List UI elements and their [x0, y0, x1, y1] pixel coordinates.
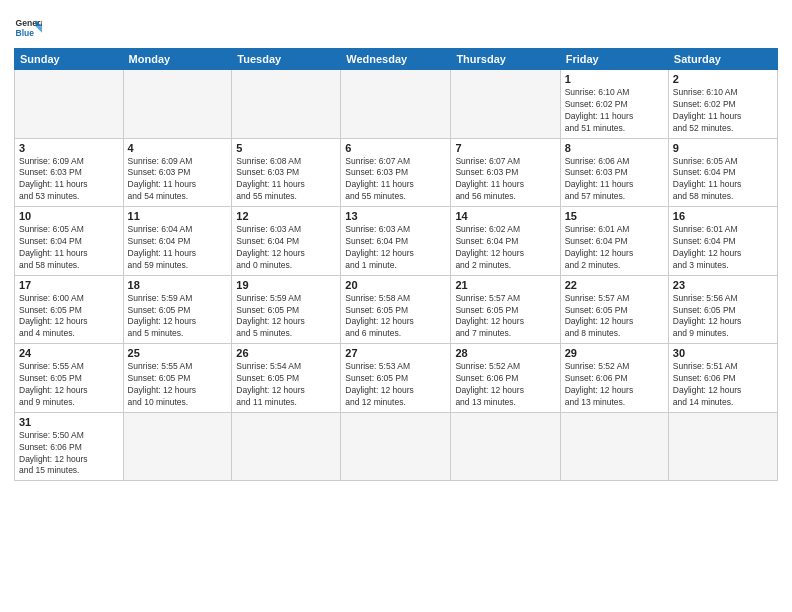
calendar-cell [341, 412, 451, 481]
day-number: 15 [565, 210, 664, 222]
calendar-cell: 16Sunrise: 6:01 AM Sunset: 6:04 PM Dayli… [668, 207, 777, 276]
day-info: Sunrise: 6:03 AM Sunset: 6:04 PM Dayligh… [236, 224, 336, 272]
day-info: Sunrise: 5:52 AM Sunset: 6:06 PM Dayligh… [565, 361, 664, 409]
day-info: Sunrise: 6:10 AM Sunset: 6:02 PM Dayligh… [565, 87, 664, 135]
calendar-cell: 5Sunrise: 6:08 AM Sunset: 6:03 PM Daylig… [232, 138, 341, 207]
day-number: 13 [345, 210, 446, 222]
week-row-6: 31Sunrise: 5:50 AM Sunset: 6:06 PM Dayli… [15, 412, 778, 481]
day-info: Sunrise: 5:55 AM Sunset: 6:05 PM Dayligh… [128, 361, 228, 409]
day-info: Sunrise: 5:59 AM Sunset: 6:05 PM Dayligh… [236, 293, 336, 341]
calendar-cell: 28Sunrise: 5:52 AM Sunset: 6:06 PM Dayli… [451, 344, 560, 413]
day-info: Sunrise: 5:57 AM Sunset: 6:05 PM Dayligh… [565, 293, 664, 341]
day-number: 17 [19, 279, 119, 291]
calendar-table: SundayMondayTuesdayWednesdayThursdayFrid… [14, 48, 778, 481]
day-info: Sunrise: 5:58 AM Sunset: 6:05 PM Dayligh… [345, 293, 446, 341]
weekday-header-tuesday: Tuesday [232, 49, 341, 70]
week-row-3: 10Sunrise: 6:05 AM Sunset: 6:04 PM Dayli… [15, 207, 778, 276]
day-info: Sunrise: 6:10 AM Sunset: 6:02 PM Dayligh… [673, 87, 773, 135]
day-info: Sunrise: 5:50 AM Sunset: 6:06 PM Dayligh… [19, 430, 119, 478]
day-number: 9 [673, 142, 773, 154]
day-info: Sunrise: 6:08 AM Sunset: 6:03 PM Dayligh… [236, 156, 336, 204]
calendar-cell [560, 412, 668, 481]
day-number: 31 [19, 416, 119, 428]
day-number: 16 [673, 210, 773, 222]
weekday-header-sunday: Sunday [15, 49, 124, 70]
calendar-cell [451, 70, 560, 139]
day-info: Sunrise: 6:02 AM Sunset: 6:04 PM Dayligh… [455, 224, 555, 272]
day-number: 4 [128, 142, 228, 154]
day-info: Sunrise: 6:07 AM Sunset: 6:03 PM Dayligh… [455, 156, 555, 204]
svg-marker-3 [36, 26, 42, 32]
day-info: Sunrise: 5:59 AM Sunset: 6:05 PM Dayligh… [128, 293, 228, 341]
calendar-cell: 30Sunrise: 5:51 AM Sunset: 6:06 PM Dayli… [668, 344, 777, 413]
day-number: 20 [345, 279, 446, 291]
day-number: 24 [19, 347, 119, 359]
day-info: Sunrise: 6:01 AM Sunset: 6:04 PM Dayligh… [673, 224, 773, 272]
calendar-cell: 21Sunrise: 5:57 AM Sunset: 6:05 PM Dayli… [451, 275, 560, 344]
calendar-cell: 17Sunrise: 6:00 AM Sunset: 6:05 PM Dayli… [15, 275, 124, 344]
calendar-cell: 12Sunrise: 6:03 AM Sunset: 6:04 PM Dayli… [232, 207, 341, 276]
day-info: Sunrise: 5:52 AM Sunset: 6:06 PM Dayligh… [455, 361, 555, 409]
calendar-cell: 19Sunrise: 5:59 AM Sunset: 6:05 PM Dayli… [232, 275, 341, 344]
calendar-cell: 15Sunrise: 6:01 AM Sunset: 6:04 PM Dayli… [560, 207, 668, 276]
week-row-2: 3Sunrise: 6:09 AM Sunset: 6:03 PM Daylig… [15, 138, 778, 207]
day-info: Sunrise: 6:09 AM Sunset: 6:03 PM Dayligh… [19, 156, 119, 204]
calendar-cell: 31Sunrise: 5:50 AM Sunset: 6:06 PM Dayli… [15, 412, 124, 481]
calendar-cell: 4Sunrise: 6:09 AM Sunset: 6:03 PM Daylig… [123, 138, 232, 207]
calendar-cell: 29Sunrise: 5:52 AM Sunset: 6:06 PM Dayli… [560, 344, 668, 413]
day-info: Sunrise: 5:51 AM Sunset: 6:06 PM Dayligh… [673, 361, 773, 409]
calendar-cell: 2Sunrise: 6:10 AM Sunset: 6:02 PM Daylig… [668, 70, 777, 139]
day-number: 29 [565, 347, 664, 359]
day-info: Sunrise: 5:55 AM Sunset: 6:05 PM Dayligh… [19, 361, 119, 409]
weekday-header-wednesday: Wednesday [341, 49, 451, 70]
calendar-cell: 7Sunrise: 6:07 AM Sunset: 6:03 PM Daylig… [451, 138, 560, 207]
day-info: Sunrise: 6:01 AM Sunset: 6:04 PM Dayligh… [565, 224, 664, 272]
calendar-cell: 13Sunrise: 6:03 AM Sunset: 6:04 PM Dayli… [341, 207, 451, 276]
day-info: Sunrise: 6:05 AM Sunset: 6:04 PM Dayligh… [673, 156, 773, 204]
calendar-cell: 10Sunrise: 6:05 AM Sunset: 6:04 PM Dayli… [15, 207, 124, 276]
week-row-4: 17Sunrise: 6:00 AM Sunset: 6:05 PM Dayli… [15, 275, 778, 344]
day-info: Sunrise: 6:06 AM Sunset: 6:03 PM Dayligh… [565, 156, 664, 204]
day-number: 22 [565, 279, 664, 291]
calendar-cell [232, 412, 341, 481]
calendar-cell: 26Sunrise: 5:54 AM Sunset: 6:05 PM Dayli… [232, 344, 341, 413]
day-number: 23 [673, 279, 773, 291]
calendar-cell [451, 412, 560, 481]
calendar-cell [341, 70, 451, 139]
weekday-header-thursday: Thursday [451, 49, 560, 70]
week-row-5: 24Sunrise: 5:55 AM Sunset: 6:05 PM Dayli… [15, 344, 778, 413]
calendar-cell: 18Sunrise: 5:59 AM Sunset: 6:05 PM Dayli… [123, 275, 232, 344]
logo: General Blue [14, 14, 42, 42]
week-row-1: 1Sunrise: 6:10 AM Sunset: 6:02 PM Daylig… [15, 70, 778, 139]
day-number: 26 [236, 347, 336, 359]
day-info: Sunrise: 5:53 AM Sunset: 6:05 PM Dayligh… [345, 361, 446, 409]
day-info: Sunrise: 5:57 AM Sunset: 6:05 PM Dayligh… [455, 293, 555, 341]
header: General Blue [14, 10, 778, 42]
calendar-cell: 1Sunrise: 6:10 AM Sunset: 6:02 PM Daylig… [560, 70, 668, 139]
day-number: 25 [128, 347, 228, 359]
svg-text:Blue: Blue [16, 28, 35, 38]
calendar-cell: 22Sunrise: 5:57 AM Sunset: 6:05 PM Dayli… [560, 275, 668, 344]
calendar-cell [123, 70, 232, 139]
day-number: 3 [19, 142, 119, 154]
calendar-cell: 6Sunrise: 6:07 AM Sunset: 6:03 PM Daylig… [341, 138, 451, 207]
weekday-header-saturday: Saturday [668, 49, 777, 70]
day-info: Sunrise: 6:03 AM Sunset: 6:04 PM Dayligh… [345, 224, 446, 272]
day-number: 7 [455, 142, 555, 154]
page: General Blue SundayMondayTuesdayWednesda… [0, 0, 792, 612]
calendar-cell: 23Sunrise: 5:56 AM Sunset: 6:05 PM Dayli… [668, 275, 777, 344]
day-number: 27 [345, 347, 446, 359]
calendar-cell [123, 412, 232, 481]
day-info: Sunrise: 6:07 AM Sunset: 6:03 PM Dayligh… [345, 156, 446, 204]
day-info: Sunrise: 6:00 AM Sunset: 6:05 PM Dayligh… [19, 293, 119, 341]
calendar-cell: 3Sunrise: 6:09 AM Sunset: 6:03 PM Daylig… [15, 138, 124, 207]
day-info: Sunrise: 6:09 AM Sunset: 6:03 PM Dayligh… [128, 156, 228, 204]
calendar-cell [668, 412, 777, 481]
day-number: 28 [455, 347, 555, 359]
day-number: 6 [345, 142, 446, 154]
day-number: 21 [455, 279, 555, 291]
day-number: 18 [128, 279, 228, 291]
day-number: 14 [455, 210, 555, 222]
weekday-header-monday: Monday [123, 49, 232, 70]
calendar-cell: 9Sunrise: 6:05 AM Sunset: 6:04 PM Daylig… [668, 138, 777, 207]
